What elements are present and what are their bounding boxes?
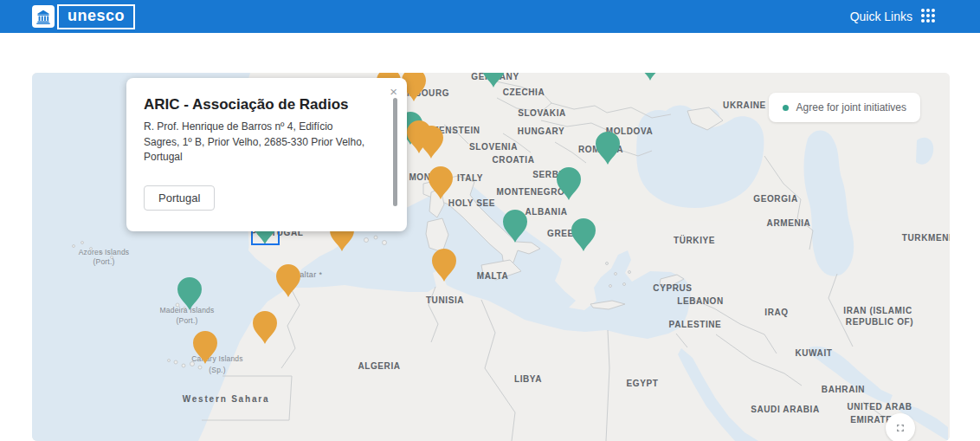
- popup-scrollbar-thumb[interactable]: [393, 98, 397, 206]
- map-container[interactable]: GERMANYLUXEMBOURGCZECHIASLOVAKIAUKRAINEL…: [32, 73, 950, 441]
- quick-links-link[interactable]: Quick Links: [850, 10, 912, 23]
- site-header: unesco Quick Links: [0, 0, 980, 33]
- close-icon[interactable]: ×: [390, 85, 397, 98]
- map-pin[interactable]: [253, 311, 277, 344]
- legend-agree-dot: [783, 105, 789, 111]
- fullscreen-button[interactable]: [886, 413, 915, 441]
- legend-label: Agree for joint initiatives: [796, 101, 906, 113]
- map-pin[interactable]: [596, 132, 620, 165]
- map-pin[interactable]: [276, 264, 300, 297]
- popup-title: ARIC - Associação de Radios: [144, 95, 369, 113]
- map-pin[interactable]: [557, 167, 581, 200]
- marker-info-popup: ARIC - Associação de Radios R. Prof. Hen…: [126, 78, 407, 231]
- map-pin[interactable]: [193, 331, 217, 364]
- unesco-wordmark: unesco: [57, 4, 135, 29]
- apps-grid-icon[interactable]: [921, 9, 937, 24]
- fullscreen-icon: [893, 421, 907, 435]
- popup-address: R. Prof. Henrique de Barros nº 4, Edifíc…: [144, 120, 369, 165]
- map-pin[interactable]: [177, 277, 202, 310]
- map-pin[interactable]: [429, 166, 453, 199]
- map-legend: Agree for joint initiatives: [769, 93, 920, 122]
- country-chip-button[interactable]: Portugal: [144, 185, 215, 211]
- map-pin[interactable]: [432, 249, 456, 282]
- map-pin[interactable]: [638, 73, 662, 81]
- unesco-logo-text: unesco: [68, 7, 125, 24]
- unesco-temple-icon: [32, 5, 55, 28]
- map-pin[interactable]: [571, 218, 596, 251]
- map-pin[interactable]: [419, 126, 443, 159]
- map-pin[interactable]: [481, 73, 506, 88]
- unesco-logo[interactable]: unesco: [32, 4, 135, 29]
- map-pin[interactable]: [503, 210, 527, 243]
